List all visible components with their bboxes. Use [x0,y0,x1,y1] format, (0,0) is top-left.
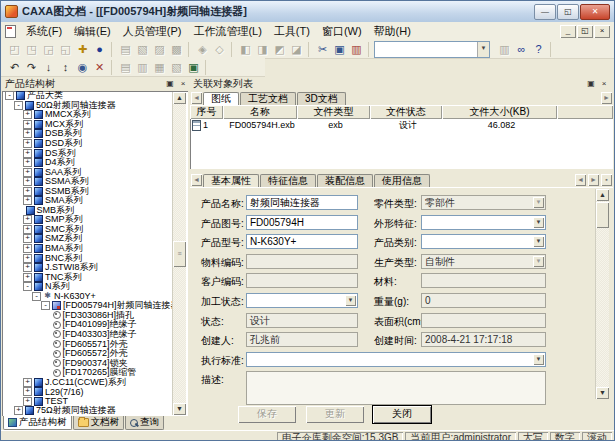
tree-toggle-icon[interactable]: + [23,263,32,272]
column-header[interactable]: 文件类型 [297,105,370,119]
help-icon[interactable]: ? [530,42,547,57]
menu-item-6[interactable]: 窗口(W) [316,23,368,40]
minimize-button[interactable]: — [534,4,556,20]
field-生产类型[interactable]: 自制件 [421,254,546,269]
column-header[interactable]: 序号 [190,105,223,119]
tabs-scroll-right-icon[interactable]: ► [601,92,612,104]
tree-toggle-icon[interactable]: - [14,101,23,110]
remove-node-icon[interactable]: ✕ [91,60,108,75]
unlink-icon[interactable]: ◇ [211,42,228,57]
tabs-scroll-left-icon[interactable]: ◄ [191,92,202,104]
table-row[interactable]: 1FD005794H.exbexb设计46.082 [190,119,613,132]
tree-toggle-icon[interactable]: + [23,177,32,186]
tab-基本属性[interactable]: 基本属性 [203,174,259,188]
paste-special-icon[interactable]: ▥ [496,42,513,57]
field-客户编码[interactable] [246,273,358,288]
tree-toggle-icon[interactable]: + [14,406,23,415]
tree-toggle-icon[interactable]: + [23,397,32,406]
tree-item[interactable]: +75Ω射频同轴连接器 [2,406,188,416]
field-材料[interactable] [421,273,546,288]
tabs-scroll-left-icon[interactable]: ◄ [191,174,202,186]
discard-icon[interactable]: ◱ [57,42,74,57]
field-描述[interactable] [246,371,546,405]
tab-工艺文档[interactable]: 工艺文档 [240,92,296,105]
tree-scrollbar[interactable]: ▲ ≡ ▼ [172,92,186,415]
undo-icon[interactable]: ↶ [6,60,23,75]
paste-icon[interactable]: ▥ [348,42,365,57]
scroll-down-icon[interactable]: ▼ [173,403,186,415]
scroll-up-icon[interactable]: ▲ [596,189,609,201]
关闭-button[interactable]: 关闭 [373,406,431,423]
field-物料编码[interactable] [246,254,358,269]
annotate-icon[interactable]: ▨ [151,42,168,57]
field-加工状态[interactable] [246,293,358,308]
clone-structure-icon[interactable]: ▦ [151,60,168,75]
mdi-document-icon[interactable] [5,25,16,38]
更新-button[interactable]: 更新 [306,406,364,423]
close-button[interactable]: ✕ [580,4,610,20]
menu-item-5[interactable]: 工具(T) [268,23,316,40]
menu-item-7[interactable]: 帮助(H) [368,23,417,40]
column-header[interactable]: 文件大小(KB) [442,105,557,119]
scroll-down-icon[interactable]: ▼ [596,387,609,399]
tree-toggle-icon[interactable]: - [32,292,41,301]
field-外形特征[interactable] [421,215,546,230]
toolbar-combobox[interactable] [374,41,490,58]
field-产品名称[interactable]: 射频同轴连接器 [246,195,358,210]
field-创建人[interactable]: 孔兆前 [246,332,358,347]
undo-checkout-icon[interactable]: ◲ [40,42,57,57]
field-重量(g)[interactable]: 0 [421,293,546,308]
tree-item[interactable]: +DSD系列 [2,139,188,149]
bottom-tab-查询[interactable]: 查询 [125,416,164,430]
checkin-icon[interactable]: ◳ [23,42,40,57]
tree-item[interactable]: +BMA系列 [2,244,188,254]
tree-toggle-icon[interactable]: + [23,158,32,167]
form-scrollbar[interactable]: ▲ ▼ [595,189,609,399]
scroll-up-icon[interactable]: ▲ [173,92,186,104]
保存-button[interactable]: 保存 [238,406,296,423]
field-创建时间[interactable]: 2008-4-21 17:17:18 [421,332,546,347]
move-down-icon[interactable]: ↓ [40,60,57,75]
bottom-tab-产品结构树[interactable]: 产品结构树 [3,416,72,430]
tree-toggle-icon[interactable]: + [23,110,32,119]
menu-item-1[interactable]: 系统(F) [20,23,68,40]
mdi-restore-button[interactable]: ◱ [577,25,593,38]
mdi-close-button[interactable]: × [594,25,610,38]
copy-icon[interactable]: ▣ [331,42,348,57]
versions-icon[interactable]: ◨ [254,42,271,57]
link-icon[interactable]: ◈ [194,42,211,57]
tree-toggle-icon[interactable]: + [23,387,32,396]
tree-item[interactable]: +J.STWI8系列 [2,263,188,273]
field-产品类别[interactable] [421,234,546,249]
field-表面积(cm^2)[interactable] [421,313,546,328]
scrollbar-thumb[interactable]: ≡ [173,241,186,267]
tree-toggle-icon[interactable]: + [23,196,32,205]
print-icon[interactable]: ▩ [168,42,185,57]
pin-icon[interactable]: ▣ [585,79,597,90]
tab-装配信息[interactable]: 装配信息 [317,174,373,187]
bottom-tab-文档树[interactable]: 文档树 [73,416,125,430]
add-object-icon[interactable]: ✚ [74,42,91,57]
tree-toggle-icon[interactable]: - [41,301,50,310]
tree-item[interactable]: +D4系列 [2,158,188,168]
field-状态[interactable]: 设计 [246,313,358,328]
close-panel-icon[interactable]: × [598,79,610,90]
tab-特征信息[interactable]: 特征信息 [260,174,316,187]
menu-item-4[interactable]: 工作流管理(L) [187,23,267,40]
field-产品图号[interactable]: FD005794H [246,215,358,230]
checkout-icon[interactable]: ◰ [6,42,23,57]
redo-icon[interactable]: ↷ [23,60,40,75]
tree-toggle-icon[interactable]: + [23,244,32,253]
tree-item[interactable]: +SMA系列 [2,196,188,206]
tree-item[interactable]: -N系列 [2,282,188,292]
edit-icon[interactable]: ▧ [134,42,151,57]
tabs-scroll-left-icon[interactable]: ◄ [575,174,586,186]
tab-使用信息[interactable]: 使用信息 [374,174,430,187]
cut-icon[interactable]: ✂ [314,42,331,57]
browse-icon[interactable]: ▤ [117,42,134,57]
menu-item-2[interactable]: 编辑(E) [68,23,117,40]
field-执行标准[interactable] [246,352,546,367]
tab-图纸[interactable]: 图纸 [203,92,239,106]
workflow-icon[interactable]: ◩ [271,42,288,57]
find-icon[interactable]: ∞ [513,42,530,57]
